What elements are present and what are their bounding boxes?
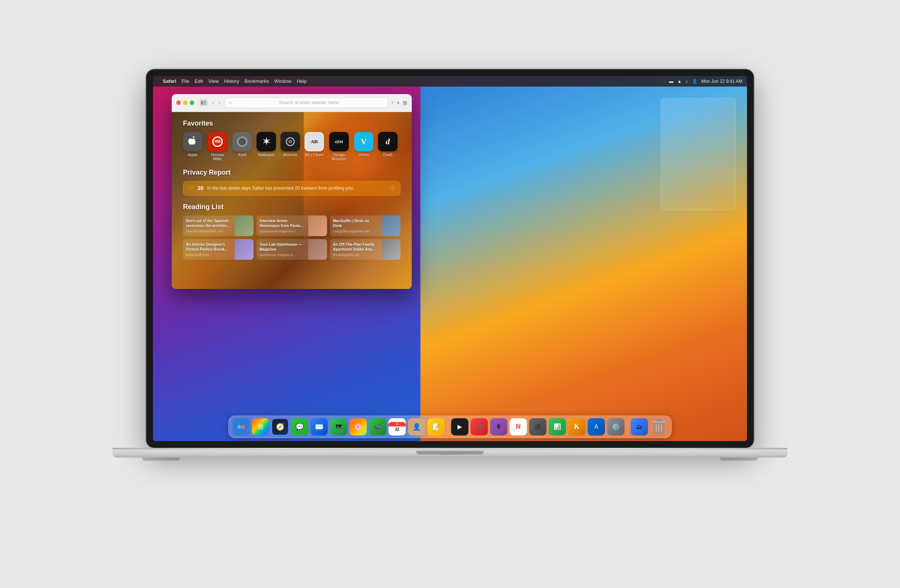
- reading-grid: Born out of the Spanish recession, the a…: [183, 215, 400, 260]
- favorite-wallpaper[interactable]: ✶ Wallpaper: [256, 132, 276, 161]
- dock-finder[interactable]: [233, 418, 250, 435]
- safari-toolbar: ‹ › ↻ Search or enter website name ↑ + ⊞: [172, 94, 412, 112]
- share-icon[interactable]: ↑: [391, 100, 394, 106]
- dock-contacts[interactable]: 👤: [408, 418, 425, 435]
- wifi-icon[interactable]: ▲: [677, 79, 682, 84]
- close-button[interactable]: [176, 101, 181, 105]
- sidebar-toggle[interactable]: [200, 99, 208, 106]
- reading-domain-1: apartamentomagazine.c...: [259, 229, 305, 233]
- dock-facetime[interactable]: 📹: [369, 418, 386, 435]
- user-menu-icon[interactable]: 👤: [692, 79, 697, 84]
- privacy-title: Privacy Report: [183, 169, 400, 176]
- dock-maps[interactable]: 🗺: [330, 418, 347, 435]
- reading-thumb-3: [235, 239, 253, 260]
- menu-file[interactable]: File: [182, 78, 189, 84]
- dock-safari[interactable]: 🧭: [272, 418, 289, 435]
- menu-bookmarks[interactable]: Bookmarks: [245, 78, 269, 84]
- dwell-favicon: d: [378, 132, 397, 152]
- wallpaper-label: Wallpaper: [258, 153, 275, 157]
- reading-title: Reading List: [183, 203, 400, 211]
- svg-rect-0: [201, 101, 203, 105]
- reading-card-2[interactable]: MacGuffin | Desk on Desk macguffinmagazi…: [330, 215, 400, 236]
- svg-rect-1: [203, 101, 206, 102]
- dock-calendar[interactable]: 22 22: [388, 418, 406, 435]
- menu-history[interactable]: History: [224, 78, 239, 84]
- maximize-button[interactable]: [190, 101, 194, 105]
- back-button[interactable]: ‹: [211, 99, 216, 107]
- privacy-bar[interactable]: 🛡 20 In the last seven days Safari has p…: [183, 181, 400, 196]
- menu-edit[interactable]: Edit: [195, 78, 203, 84]
- wallpaper-favicon: ✶: [256, 132, 276, 152]
- foot-right: [720, 458, 757, 461]
- favorite-dwell[interactable]: d Dwell: [378, 132, 397, 161]
- datetime-display: Mon Jun 22 9:41 AM: [701, 79, 743, 84]
- foot-left: [143, 458, 180, 461]
- favorite-design-museum[interactable]: tDM Design Museum: [329, 132, 349, 161]
- extensions-icon[interactable]: ⊞: [403, 100, 407, 106]
- dock-notes[interactable]: 📝: [427, 418, 445, 435]
- dock-music[interactable]: 🎵: [471, 418, 488, 435]
- dock-tv[interactable]: ▶: [451, 418, 469, 435]
- menu-bar-left: Safari File Edit View History Bookmarks …: [157, 78, 307, 84]
- reading-domain-0: freundevonfreunden.com: [186, 229, 232, 233]
- reading-card-5[interactable]: An Off-The-Plan Family Apartment Unlike …: [330, 239, 400, 260]
- macbook-screen: Safari File Edit View History Bookmarks …: [146, 69, 754, 448]
- monocle-favicon: [281, 132, 300, 152]
- dock-podcasts[interactable]: 🎙: [490, 418, 507, 435]
- dock-launchpad[interactable]: ⊞: [252, 418, 269, 435]
- safari-content: Favorites Appl: [172, 112, 412, 289]
- favorite-apple[interactable]: Apple: [183, 132, 203, 161]
- dock-appstore[interactable]: A: [588, 418, 605, 435]
- design-museum-favicon: tDM: [329, 132, 349, 152]
- reading-thumb-2: [382, 215, 400, 236]
- dock-keynote[interactable]: K: [568, 418, 585, 435]
- dock-photos[interactable]: 🌸: [349, 418, 367, 435]
- address-bar[interactable]: ↻ Search or enter website name: [225, 97, 388, 108]
- favorite-ad[interactable]: AD AD | Clever: [304, 132, 324, 161]
- app-name-menu[interactable]: Safari: [163, 78, 176, 84]
- forward-button[interactable]: ›: [217, 99, 222, 107]
- reading-thumb-5: [382, 239, 400, 260]
- favorites-section: Favorites Appl: [183, 119, 400, 161]
- svg-point-6: [241, 425, 245, 429]
- ad-favicon: AD: [304, 132, 324, 152]
- dock-finder-window[interactable]: 🗂: [631, 418, 648, 435]
- reading-card-3[interactable]: An Interior Designer's Picture-Perfect B…: [183, 239, 253, 260]
- minimize-button[interactable]: [183, 101, 188, 105]
- ad-label: AD | Clever: [305, 153, 324, 157]
- traffic-lights: [176, 101, 194, 105]
- dock-sysprefs[interactable]: ⚙️: [607, 418, 624, 435]
- macbook-wrapper: Safari File Edit View History Bookmarks …: [113, 69, 787, 519]
- nav-buttons: ‹ ›: [211, 99, 222, 107]
- reading-card-4[interactable]: Your Lab Openhouse — Magazine openhouse-…: [256, 239, 327, 260]
- favorite-monocle[interactable]: Monocle: [281, 132, 300, 161]
- svg-rect-3: [203, 104, 206, 105]
- dock: ⊞ 🧭 💬 ✉️ �: [228, 416, 672, 438]
- monocle-label: Monocle: [283, 153, 297, 157]
- dock-messages[interactable]: 💬: [291, 418, 308, 435]
- reading-title-5: An Off-The-Plan Family Apartment Unlike …: [333, 242, 379, 252]
- dock-trash[interactable]: [650, 418, 667, 435]
- privacy-info-icon[interactable]: ⓘ: [390, 185, 395, 192]
- favorite-vimeo[interactable]: V Vimeo: [354, 132, 374, 161]
- reading-card-1[interactable]: Interview Armin Heinemann from Paula... …: [256, 215, 327, 236]
- dock-sidecar[interactable]: ⬛: [529, 418, 546, 435]
- menu-help[interactable]: Help: [296, 78, 307, 84]
- dock-news[interactable]: N: [510, 418, 527, 435]
- herman-miller-favicon: HM: [208, 132, 227, 152]
- design-museum-label: Design Museum: [329, 153, 349, 161]
- search-menu-icon[interactable]: ⌕: [686, 79, 688, 84]
- reading-domain-5: thedesignfiles.net: [333, 253, 379, 257]
- herman-miller-label: Herman Miller: [207, 153, 228, 161]
- toolbar-actions: ↑ + ⊞: [391, 100, 407, 106]
- menu-window[interactable]: Window: [274, 78, 292, 84]
- favorite-kvell[interactable]: Kvell: [233, 132, 252, 161]
- dock-divider: [448, 421, 448, 435]
- new-tab-icon[interactable]: +: [397, 100, 400, 106]
- menu-view[interactable]: View: [208, 78, 219, 84]
- dock-numbers[interactable]: 📊: [549, 418, 566, 435]
- dock-mail[interactable]: ✉️: [310, 418, 328, 435]
- favorites-title: Favorites: [183, 119, 400, 127]
- reading-card-0[interactable]: Born out of the Spanish recession, the a…: [183, 215, 253, 236]
- favorite-herman-miller[interactable]: HM Herman Miller: [207, 132, 228, 161]
